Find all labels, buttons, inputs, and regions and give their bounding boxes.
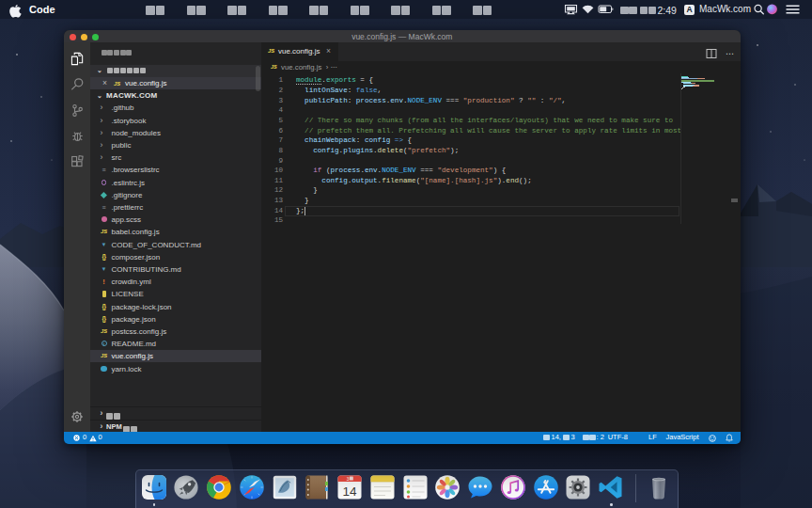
svg-text:14: 14	[342, 484, 357, 499]
svg-text:3: 3	[347, 477, 350, 482]
